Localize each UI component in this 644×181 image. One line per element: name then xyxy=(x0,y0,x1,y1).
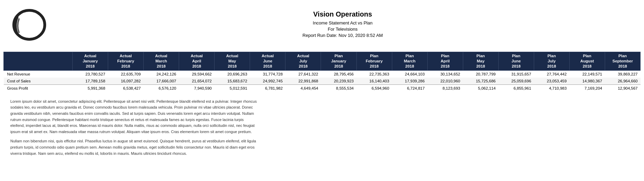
table-wrapper: ActualJanuary2018ActualFebruary2018Actua… xyxy=(0,52,644,92)
col-header-5: ActualJune2018 xyxy=(250,52,285,71)
cell-0-14: 22,149,571 xyxy=(569,70,605,78)
row-label-0: Net Revenue xyxy=(4,70,73,78)
col-header-4: ActualMay2018 xyxy=(215,52,250,71)
data-table: ActualJanuary2018ActualFebruary2018Actua… xyxy=(3,52,641,92)
col-header-0: ActualJanuary2018 xyxy=(73,52,108,71)
cell-2-8: 6,594,960 xyxy=(356,84,392,92)
cell-1-13: 23,053,459 xyxy=(534,78,569,85)
col-header-8: PlanFebruary2018 xyxy=(356,52,392,71)
cell-0-3: 29,594,662 xyxy=(179,70,215,78)
cell-0-11: 20,787,799 xyxy=(463,70,498,78)
cell-1-6: 22,991,868 xyxy=(285,78,321,85)
col-header-9: PlanMarch2018 xyxy=(392,52,427,71)
col-header-label xyxy=(4,52,73,71)
footer-para-1: Lorem ipsum dolor sit amet, consectetur … xyxy=(10,99,258,135)
cell-0-5: 31,774,728 xyxy=(250,70,285,78)
report-subtitle: Income Statement Act vs Plan xyxy=(52,20,634,26)
col-header-2: ActualMarch2018 xyxy=(144,52,179,71)
cell-2-1: 6,538,427 xyxy=(108,84,144,92)
cell-2-10: 8,123,693 xyxy=(427,84,463,92)
col-header-13: PlanJuly2018 xyxy=(534,52,569,71)
cell-2-4: 5,012,591 xyxy=(215,84,250,92)
cell-1-4: 15,683,672 xyxy=(215,78,250,85)
col-header-12: PlanJune2018 xyxy=(498,52,534,71)
row-label-1: Cost of Sales xyxy=(4,78,73,85)
cell-1-2: 17,666,007 xyxy=(144,78,179,85)
col-header-14: PlanAugust2018 xyxy=(569,52,605,71)
cell-0-7: 28,795,456 xyxy=(321,70,356,78)
col-header-10: PlanApril2018 xyxy=(427,52,463,71)
cell-1-15: 26,964,660 xyxy=(605,78,640,85)
row-label-2: Gross Profit xyxy=(4,84,73,92)
col-header-15: PlanSeptember2018 xyxy=(605,52,640,71)
cell-1-0: 17,789,158 xyxy=(73,78,108,85)
report-run-date: Report Run Date: Nov 10, 2020 8:52 AM xyxy=(52,33,634,38)
cell-1-10: 22,010,960 xyxy=(427,78,463,85)
cell-1-5: 24,992,745 xyxy=(250,78,285,85)
cell-0-8: 22,735,363 xyxy=(356,70,392,78)
cell-2-7: 8,555,534 xyxy=(321,84,356,92)
col-header-7: PlanJanuary2018 xyxy=(321,52,356,71)
cell-1-3: 21,654,072 xyxy=(179,78,215,85)
table-row: Cost of Sales17,789,15816,097,28217,666,… xyxy=(4,78,641,85)
cell-1-9: 17,939,286 xyxy=(392,78,427,85)
footer-para-2: Nullam non bibendum nisi, quis efficitur… xyxy=(10,138,258,157)
cell-0-15: 39,869,227 xyxy=(605,70,640,78)
col-header-11: PlanMay2018 xyxy=(463,52,498,71)
table-row: Net Revenue23,780,52722,635,70924,242,12… xyxy=(4,70,641,78)
cell-0-6: 27,641,322 xyxy=(285,70,321,78)
cell-2-2: 6,576,120 xyxy=(144,84,179,92)
cell-2-9: 6,724,817 xyxy=(392,84,427,92)
report-subtitle2: For Televisions xyxy=(52,27,634,32)
logo xyxy=(10,7,52,45)
cell-2-12: 6,855,961 xyxy=(498,84,534,92)
cell-1-8: 16,140,403 xyxy=(356,78,392,85)
footer-text: Lorem ipsum dolor sit amet, consectetur … xyxy=(0,92,269,167)
cell-0-0: 23,780,527 xyxy=(73,70,108,78)
col-header-3: ActualApril2018 xyxy=(179,52,215,71)
cell-0-4: 20,696,263 xyxy=(215,70,250,78)
cell-2-15: 12,904,567 xyxy=(605,84,640,92)
cell-2-14: 7,169,204 xyxy=(569,84,605,92)
cell-2-11: 5,062,114 xyxy=(463,84,498,92)
cell-2-3: 7,940,590 xyxy=(179,84,215,92)
cell-1-14: 14,980,367 xyxy=(569,78,605,85)
cell-0-1: 22,635,709 xyxy=(108,70,144,78)
cell-2-13: 4,710,983 xyxy=(534,84,569,92)
cell-1-7: 20,239,923 xyxy=(321,78,356,85)
col-header-1: ActualFebruary2018 xyxy=(108,52,144,71)
col-header-6: ActualJuly2018 xyxy=(285,52,321,71)
cell-1-1: 16,097,282 xyxy=(108,78,144,85)
cell-1-11: 15,725,686 xyxy=(463,78,498,85)
cell-0-12: 31,915,657 xyxy=(498,70,534,78)
cell-2-5: 6,781,982 xyxy=(250,84,285,92)
cell-0-9: 24,664,103 xyxy=(392,70,427,78)
cell-2-6: 4,649,454 xyxy=(285,84,321,92)
header: Vision Operations Income Statement Act v… xyxy=(0,0,644,48)
report-main-title: Vision Operations xyxy=(52,10,634,18)
cell-0-2: 24,242,126 xyxy=(144,70,179,78)
cell-0-10: 30,134,652 xyxy=(427,70,463,78)
cell-0-13: 27,764,442 xyxy=(534,70,569,78)
report-title-area: Vision Operations Income Statement Act v… xyxy=(52,7,634,39)
cell-2-0: 5,991,368 xyxy=(73,84,108,92)
cell-1-12: 25,059,696 xyxy=(498,78,534,85)
table-row: Gross Profit5,991,3686,538,4276,576,1207… xyxy=(4,84,641,92)
